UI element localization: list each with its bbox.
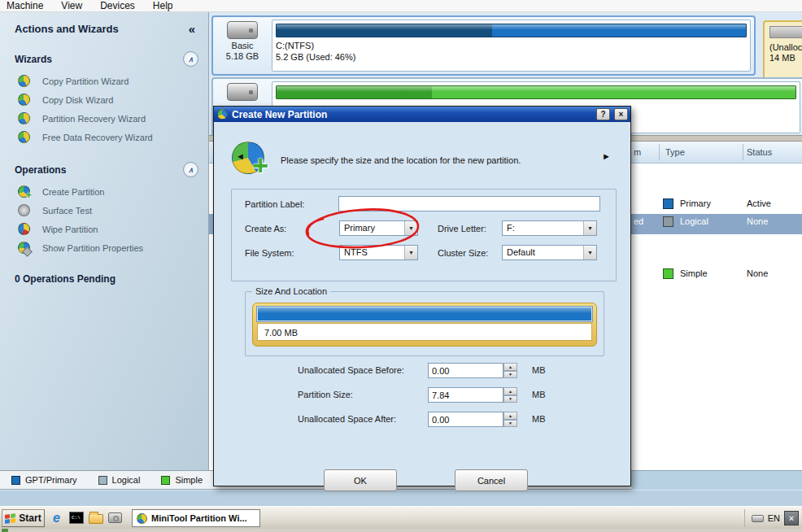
folder-glyph: [89, 514, 103, 524]
slider-right-arrow-icon[interactable]: ►: [602, 151, 611, 161]
chevron-down-icon[interactable]: ▼: [404, 246, 417, 259]
chevron-down-icon[interactable]: ▼: [404, 221, 417, 235]
partition-size-input[interactable]: [428, 387, 503, 403]
chevron-up-icon: ∧: [188, 55, 194, 63]
sidebar-item-wipe-partition[interactable]: Wipe Partition: [0, 220, 208, 238]
slider-bar[interactable]: [257, 307, 592, 321]
sidebar-item-free-data-recovery-wizard[interactable]: Free Data Recovery Wizard: [0, 128, 208, 146]
cell-type: Primary: [680, 198, 711, 208]
chevron-down-icon[interactable]: ▼: [583, 221, 596, 235]
sidebar-item-surface-test[interactable]: Surface Test: [0, 201, 208, 220]
spinner-label: Unallocated Space After:: [298, 414, 396, 424]
legend-label: Simple: [175, 475, 203, 485]
legend-label: Logical: [112, 475, 141, 485]
unit-label: MB: [532, 390, 546, 399]
taskbar: Start e C:\ MiniTool Partition Wi... EN …: [0, 506, 802, 529]
partition-label-label: Partition Label:: [245, 199, 304, 209]
spin-down-icon[interactable]: ▼: [503, 371, 517, 379]
slider-left-arrow-icon[interactable]: ◄: [236, 151, 245, 161]
menu-devices[interactable]: Devices: [100, 0, 135, 11]
column-header-fragment: m: [634, 147, 641, 157]
close-icon[interactable]: ×: [614, 108, 628, 120]
surface-test-icon: [18, 204, 30, 216]
size-and-location-group: Size And Location 7.00 MB: [245, 291, 604, 356]
sidebar-item-label: Surface Test: [42, 206, 92, 216]
sidebar-item-partition-recovery-wizard[interactable]: Partition Recovery Wizard: [0, 109, 208, 128]
disk-icon-block: Basic 5.18 GB: [216, 21, 268, 62]
collapse-sidebar-icon[interactable]: «: [189, 22, 195, 36]
cluster-size-dropdown[interactable]: Default ▼: [502, 245, 597, 260]
host-status-strip: [0, 529, 802, 532]
menu-help[interactable]: Help: [153, 0, 173, 11]
ok-button[interactable]: OK: [324, 469, 397, 491]
menu-view[interactable]: View: [61, 0, 82, 11]
partition-usage-bar: [276, 85, 796, 99]
column-header-status[interactable]: Status: [747, 147, 772, 157]
spin-up-icon[interactable]: ▲: [503, 412, 517, 420]
unallocated-label: (Unalloca: [769, 42, 802, 53]
start-label: Start: [19, 512, 41, 524]
drive-letter-label: Drive Letter:: [438, 224, 486, 233]
sidebar-item-copy-partition-wizard[interactable]: Copy Partition Wizard: [0, 72, 208, 90]
cell-fragment: ed: [634, 216, 643, 226]
windows-logo-icon: [5, 513, 15, 524]
disk-name: Basic: [216, 41, 268, 51]
create-as-dropdown[interactable]: Primary ▼: [339, 220, 418, 236]
legend-color-square: [161, 476, 170, 485]
file-system-dropdown[interactable]: NTFS ▼: [339, 245, 418, 260]
spin-down-icon[interactable]: ▼: [503, 395, 517, 403]
disk-size: 5.18 GB: [216, 51, 268, 62]
column-header-type[interactable]: Type: [665, 147, 685, 157]
column-divider[interactable]: [659, 144, 660, 160]
taskbar-button-minitool[interactable]: MiniTool Partition Wi...: [132, 509, 260, 527]
cancel-button[interactable]: Cancel: [455, 469, 528, 491]
spin-down-icon[interactable]: ▼: [503, 420, 517, 428]
file-system-value: NTFS: [344, 247, 368, 257]
wizard-icon: [18, 112, 30, 124]
disk-row-basic[interactable]: Basic 5.18 GB C:(NTFS) 5.2 GB (Used: 46%…: [211, 15, 756, 76]
partition-size-slider[interactable]: 7.00 MB: [252, 303, 597, 347]
tray-close-icon[interactable]: ×: [784, 511, 799, 525]
tray-disk-icon[interactable]: [752, 515, 764, 522]
sidebar: Actions and Wizards « Wizards ∧ Copy Par…: [0, 12, 209, 470]
camera-icon[interactable]: [107, 510, 123, 525]
slider-value: 7.00 MB: [257, 323, 592, 341]
chevron-down-icon[interactable]: ▼: [583, 246, 596, 259]
collapse-operations-icon[interactable]: ∧: [183, 162, 198, 177]
cell-type: Logical: [680, 216, 708, 226]
dialog-message: Please specify the size and the location…: [281, 155, 521, 165]
sidebar-item-label: Partition Recovery Wizard: [42, 114, 146, 124]
internet-explorer-icon[interactable]: e: [49, 510, 64, 525]
sidebar-item-label: Wipe Partition: [42, 225, 98, 234]
command-prompt-icon[interactable]: C:\: [68, 510, 84, 525]
spin-up-icon[interactable]: ▲: [503, 363, 517, 371]
unallocated-block[interactable]: (Unalloca 14 MB: [763, 20, 802, 81]
partition-properties-icon: [18, 242, 30, 254]
operations-pending-status: 0 Operations Pending: [0, 273, 208, 285]
spin-up-icon[interactable]: ▲: [503, 387, 517, 395]
collapse-wizards-icon[interactable]: ∧: [183, 51, 198, 67]
sidebar-item-create-partition[interactable]: Create Partition: [0, 182, 208, 201]
unallocated-size: 14 MB: [769, 53, 802, 63]
column-divider[interactable]: [743, 144, 743, 160]
language-indicator[interactable]: EN: [768, 513, 780, 523]
create-partition-icon: [18, 185, 30, 198]
folder-icon[interactable]: [88, 510, 103, 525]
sidebar-item-show-partition-properties[interactable]: Show Partition Properties: [0, 238, 208, 257]
drive-letter-value: F:: [507, 223, 515, 233]
sidebar-item-copy-disk-wizard[interactable]: Copy Disk Wizard: [0, 90, 208, 109]
start-button[interactable]: Start: [2, 509, 45, 527]
drive-letter-dropdown[interactable]: F: ▼: [502, 220, 597, 236]
partition-label-input[interactable]: [338, 196, 600, 211]
unallocated-after-input[interactable]: [428, 412, 503, 427]
dialog-title-bar[interactable]: Create New Partition ? ×: [214, 107, 630, 122]
help-button[interactable]: ?: [596, 108, 610, 120]
unallocated-before-input[interactable]: [428, 363, 503, 378]
legend-item-logical: Logical: [98, 475, 141, 485]
unallocated-after-row: Unallocated Space After: ▲ ▼ MB: [214, 412, 630, 428]
cell-type: Simple: [680, 268, 708, 278]
partition-c-block[interactable]: C:(NTFS) 5.2 GB (Used: 46%): [272, 20, 751, 72]
menu-machine[interactable]: Machine: [7, 0, 43, 11]
spinner-label: Unallocated Space Before:: [298, 365, 404, 375]
legend-label: GPT/Primary: [25, 475, 77, 485]
